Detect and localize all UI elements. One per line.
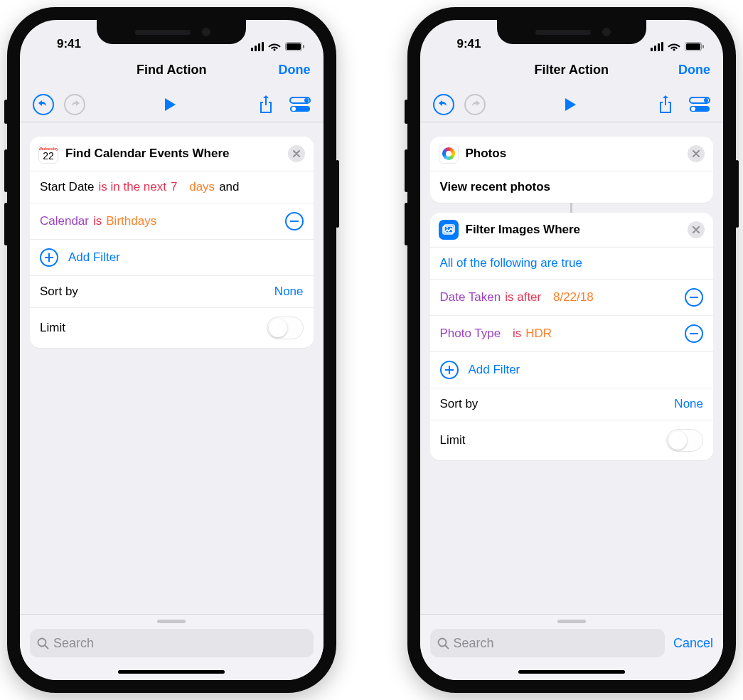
svg-rect-2 [303, 45, 304, 48]
svg-line-20 [445, 645, 448, 648]
filter-images-card: Filter Images Where All of the following… [430, 213, 714, 460]
card-close-button[interactable] [288, 145, 305, 162]
cancel-button[interactable]: Cancel [673, 636, 713, 651]
battery-icon [285, 42, 305, 51]
card-close-button[interactable] [688, 221, 705, 238]
svg-point-18 [446, 227, 448, 229]
card-title: Find Calendar Events Where [65, 147, 281, 161]
limit-switch[interactable] [666, 429, 703, 452]
search-icon [37, 637, 49, 649]
sort-value[interactable]: None [674, 397, 703, 411]
undo-button[interactable] [33, 94, 54, 115]
add-filter-row[interactable]: Add Filter [430, 352, 714, 388]
run-button[interactable] [560, 94, 581, 115]
limit-row: Limit [430, 420, 714, 460]
settings-toggle-button[interactable] [289, 94, 311, 115]
home-indicator[interactable] [118, 670, 225, 674]
run-button[interactable] [159, 94, 181, 115]
svg-point-15 [691, 107, 695, 111]
notch [97, 20, 246, 44]
done-button[interactable]: Done [279, 63, 311, 78]
toolbar [420, 87, 724, 122]
grab-handle[interactable] [157, 620, 186, 623]
plus-icon [40, 248, 58, 267]
undo-button[interactable] [433, 94, 454, 115]
nav-bar: Find Action Done [20, 53, 324, 87]
nav-bar: Filter Action Done [420, 53, 724, 87]
redo-button[interactable] [464, 94, 486, 115]
svg-rect-11 [702, 45, 704, 48]
search-icon [437, 637, 449, 649]
all-following-true-row[interactable]: All of the following are true [430, 248, 714, 280]
connector-line [430, 203, 714, 213]
status-time: 9:41 [38, 37, 95, 51]
cellular-icon [651, 42, 663, 51]
svg-rect-1 [287, 43, 301, 50]
remove-filter-button[interactable] [685, 324, 703, 343]
toolbar [20, 87, 324, 122]
svg-point-13 [704, 98, 708, 102]
view-recent-photos-row[interactable]: View recent photos [430, 171, 714, 203]
plus-icon [440, 361, 459, 379]
svg-line-8 [46, 645, 48, 648]
sort-by-row[interactable]: Sort by None [30, 276, 314, 308]
card-close-button[interactable] [688, 145, 705, 162]
find-calendar-card: Wednesday 22 Find Calendar Events Where … [30, 137, 314, 348]
nav-title: Filter Action [535, 63, 609, 78]
sort-by-row[interactable]: Sort by None [430, 388, 714, 420]
home-indicator[interactable] [518, 670, 625, 674]
remove-filter-button[interactable] [285, 212, 304, 230]
editor-canvas: Photos View recent photos Filter Images … [420, 122, 724, 614]
photos-app-icon [439, 144, 459, 164]
phone-right: 9:41 Filter Action Done [407, 7, 737, 693]
share-button[interactable] [255, 94, 277, 115]
remove-filter-button[interactable] [685, 288, 703, 307]
card-title: Photos [466, 147, 681, 161]
wifi-icon [668, 42, 680, 51]
search-input[interactable]: Search [30, 629, 314, 657]
card-title: Filter Images Where [466, 223, 681, 237]
svg-point-19 [438, 638, 446, 646]
battery-icon [685, 42, 705, 51]
images-action-icon [439, 220, 459, 240]
share-button[interactable] [655, 94, 676, 115]
editor-canvas: Wednesday 22 Find Calendar Events Where … [20, 122, 324, 614]
filter-row-calendar[interactable]: Calendar is Birthdays [30, 203, 314, 240]
redo-button[interactable] [64, 94, 85, 115]
svg-point-6 [292, 107, 296, 111]
sort-value[interactable]: None [274, 285, 304, 299]
done-button[interactable]: Done [678, 63, 710, 78]
svg-point-4 [304, 98, 309, 102]
grab-handle[interactable] [557, 620, 586, 623]
svg-rect-10 [686, 43, 700, 50]
filter-row-photo-type[interactable]: Photo Type is HDR [430, 316, 714, 352]
wifi-icon [268, 42, 281, 51]
notch [497, 20, 646, 44]
calendar-app-icon: Wednesday 22 [38, 144, 58, 164]
photos-card: Photos View recent photos [430, 137, 714, 203]
add-filter-row[interactable]: Add Filter [30, 240, 314, 276]
filter-row-start-date[interactable]: Start Date is in the next 7 days and [30, 171, 314, 203]
search-input[interactable]: Search [430, 629, 665, 657]
limit-row: Limit [30, 308, 314, 348]
filter-row-date-taken[interactable]: Date Taken is after 8/22/18 [430, 280, 714, 316]
phone-left: 9:41 Find Action Done [7, 7, 336, 693]
limit-switch[interactable] [267, 317, 304, 339]
status-time: 9:41 [439, 37, 496, 51]
svg-point-7 [38, 638, 46, 646]
cellular-icon [251, 42, 264, 51]
nav-title: Find Action [137, 63, 206, 78]
settings-toggle-button[interactable] [689, 94, 710, 115]
